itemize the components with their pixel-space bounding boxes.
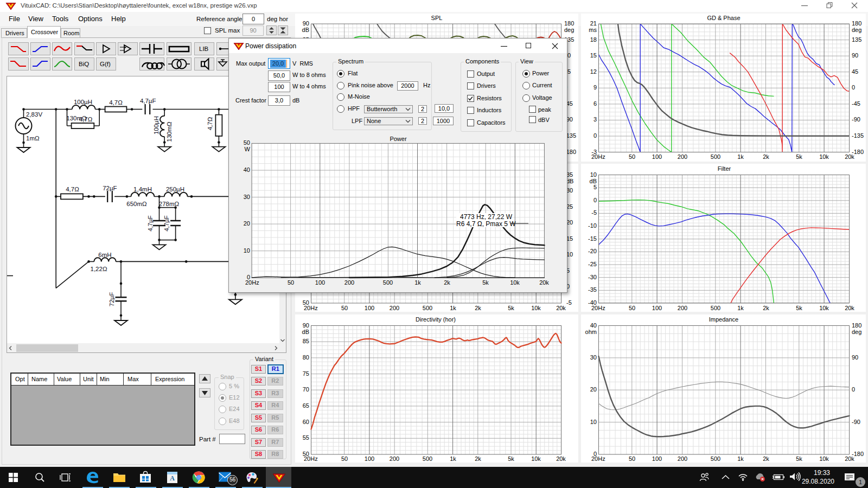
svg-text:R6 4,7 Ω, Pmax 5 W: R6 4,7 Ω, Pmax 5 W <box>456 220 516 228</box>
svg-text:4773 Hz, 27,22 W: 4773 Hz, 27,22 W <box>460 213 513 221</box>
svg-text:A: A <box>170 474 175 482</box>
